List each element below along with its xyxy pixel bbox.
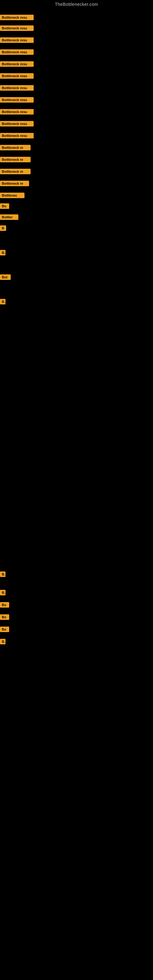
bottleneck-result-button[interactable]: Bottleneck re <box>0 157 30 162</box>
bottleneck-result-button[interactable]: Bottleneck resu <box>0 109 33 115</box>
bottleneck-result-button[interactable]: Bottleneck resu <box>0 15 33 20</box>
bottleneck-result-button[interactable]: Bo <box>0 204 9 209</box>
bottleneck-result-button[interactable]: Bottleneck re <box>0 145 30 150</box>
bottleneck-result-button[interactable]: Bo <box>0 627 9 632</box>
bottleneck-result-button[interactable]: B <box>0 299 5 304</box>
site-title: TheBottlenecker.com <box>0 0 153 8</box>
bottleneck-result-button[interactable]: Bottlenec <box>0 192 24 198</box>
bottleneck-result-button[interactable]: B <box>0 639 5 644</box>
bottleneck-result-button[interactable]: Bottleneck resu <box>0 97 33 103</box>
bottleneck-result-button[interactable]: Bottleneck re <box>0 181 29 186</box>
bottleneck-result-button[interactable]: Bottleneck resu <box>0 121 33 126</box>
bottleneck-result-button[interactable]: Bottleneck resu <box>0 49 33 55</box>
bottleneck-result-button[interactable]: Bottleneck resu <box>0 61 33 67</box>
bottleneck-result-button[interactable]: Bottleneck resu <box>0 37 33 43</box>
bottleneck-result-button[interactable]: B <box>0 590 5 595</box>
bottleneck-result-button[interactable]: Bottler <box>0 215 18 220</box>
bottleneck-result-button[interactable]: Bottleneck re <box>0 169 30 174</box>
bottleneck-result-button[interactable]: B <box>0 225 6 231</box>
bottleneck-result-button[interactable]: Bottleneck resu <box>0 25 33 31</box>
bottleneck-result-button[interactable]: B <box>0 250 5 255</box>
bottleneck-result-button[interactable]: Bot <box>0 274 11 280</box>
bottleneck-result-button[interactable]: Bottleneck resu <box>0 133 33 138</box>
bottleneck-result-button[interactable]: Bottleneck resu <box>0 73 33 79</box>
bottleneck-result-button[interactable]: Bottleneck resu <box>0 85 33 91</box>
bottleneck-result-button[interactable]: B <box>0 571 5 577</box>
bottleneck-result-button[interactable]: Bo <box>0 602 9 608</box>
bottleneck-result-button[interactable]: Bo <box>0 614 9 620</box>
